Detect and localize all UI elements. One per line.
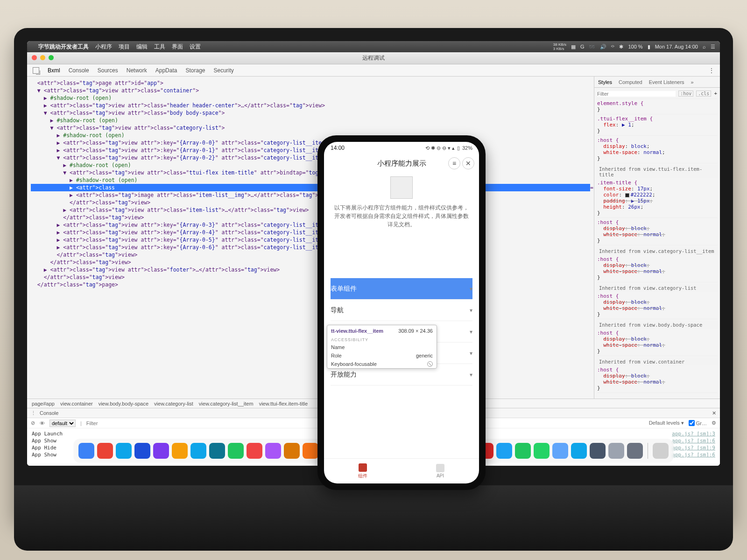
dock-app-icon[interactable] [284,443,300,459]
tab-network[interactable]: Network [127,67,147,74]
list-item[interactable]: 导航▾ [331,300,472,321]
dock-app-icon[interactable] [496,443,512,459]
hero-cube-icon [390,176,413,199]
group-checkbox[interactable]: Gr… [689,420,707,426]
tab-listeners[interactable]: Event Listeners [649,79,684,85]
dock-app-icon[interactable] [190,443,206,459]
tab-more[interactable]: » [691,79,694,85]
battery-text: 32% [462,145,472,151]
dock-app-icon[interactable] [134,443,150,459]
trash-icon[interactable] [653,443,669,459]
settings-icon[interactable]: ⚙ [712,420,716,426]
phone-device: 14:00 ⟲ ✱ ⊝ ⊖ ▾ ▴ ▯ 32% 小程序能力展示 ≡ ✕ 以下将展… [317,135,486,490]
phone-time: 14:00 [331,145,345,151]
phone-header: 小程序能力展示 ≡ ✕ [324,154,479,173]
tab-security[interactable]: Security [213,67,233,74]
crumb-item[interactable]: page#app [32,401,55,406]
dock-app-icon[interactable] [571,443,587,459]
dock-app-icon[interactable] [265,443,281,459]
traffic-lights[interactable] [32,55,54,60]
tab-storage[interactable]: Storage [185,67,205,74]
capsule-close-icon[interactable]: ✕ [462,157,474,169]
menu-item[interactable]: 小程序 [95,43,112,51]
tab-computed[interactable]: Computed [619,79,642,85]
console-toggle-icon[interactable]: ⋮ [31,410,36,416]
more-icon[interactable]: ⋮ [709,67,714,74]
list-item-label: 导航 [331,306,344,315]
clock[interactable]: Mon 17. Aug 14:00 [655,44,698,49]
dock-app-icon[interactable] [515,443,531,459]
chevron-down-icon: ▾ [470,350,472,357]
chevron-down-icon: ▾ [470,286,472,292]
not-focusable-icon [427,361,433,367]
dock-app-icon[interactable] [608,443,624,459]
close-icon[interactable]: ✕ [712,410,716,416]
tab-sources[interactable]: Sources [98,67,118,74]
app-name[interactable]: 字节跳动开发者工具 [38,43,89,51]
menu-item[interactable]: 工具 [154,43,165,51]
styles-filter[interactable] [597,91,676,97]
eye-icon[interactable]: 👁 [40,420,45,426]
page-title: 小程序能力展示 [377,159,426,168]
dock-app-icon[interactable] [228,443,244,459]
tooltip-size: 308.09 × 24.36 [398,328,433,334]
menu-item[interactable]: 界面 [172,43,183,51]
levels-select[interactable]: Default levels ▾ [649,420,684,426]
menu-item[interactable]: 设置 [190,43,201,51]
console-title: Console [40,410,58,416]
phone-tabbar: 组件 API [324,458,479,483]
tab-console[interactable]: Console [69,67,89,74]
styles-panel: Styles Computed Event Listeners » :hov .… [594,77,720,399]
dock-app-icon[interactable] [97,443,113,459]
bluetooth-icon[interactable]: ✱ [619,44,623,50]
tab-components[interactable]: 组件 [324,459,402,483]
net-speed: 38 KB/s 3 KB/s [553,42,566,51]
crumb-item[interactable]: view.category-list [154,401,193,406]
crumb-item[interactable]: view.body.body-space [99,401,148,406]
inspect-icon[interactable] [33,67,39,74]
macos-menubar: 字节跳动开发者工具 小程序 项目 编辑 工具 界面 设置 38 KB/s 3 K… [27,41,720,52]
dom-tree[interactable]: <attr">class="tag">page attr">id="app"> … [27,77,594,399]
wifi-icon[interactable]: ⌔ [611,44,614,49]
clear-icon[interactable]: ⊘ [31,420,35,426]
status-icon: ▦ [571,44,576,50]
volume-icon[interactable]: 🔊 [600,44,606,50]
dock-app-icon[interactable] [534,443,550,459]
capsule-menu-icon[interactable]: ≡ [448,157,460,169]
dock-app-icon[interactable] [247,443,262,459]
crumb-item[interactable]: view.category-list__item [199,401,254,406]
inspect-tooltip: tt-view.ttui-flex__item308.09 × 24.36 AC… [327,325,437,369]
dock-app-icon[interactable] [116,443,132,459]
context-select[interactable]: default [49,420,76,427]
cls-toggle[interactable]: .cls [696,91,711,97]
dock-app-icon[interactable] [590,443,606,459]
hov-toggle[interactable]: :hov [678,91,693,97]
battery-text: 100 % [628,44,642,49]
tab-api[interactable]: API [402,459,479,483]
hero-desc: 以下将展示小程序官方组件能力，组件样式仅供参考，开发者可根据自身需求自定义组件样… [332,203,471,229]
battery-icon: ▮ [648,44,650,50]
dock-app-icon[interactable] [627,443,643,459]
tab-bxml[interactable]: Bxml [48,67,60,74]
tab-appdata[interactable]: AppData [155,67,177,74]
menu-item[interactable]: 项目 [119,43,130,51]
control-center-icon[interactable]: ☰ [711,44,715,50]
list-item[interactable]: 表单组件▾ [331,278,472,300]
crumb-item[interactable]: view.container [60,401,93,406]
add-rule-icon[interactable]: + [714,91,717,97]
phone-statusbar: 14:00 ⟲ ✱ ⊝ ⊖ ▾ ▴ ▯ 32% [324,142,479,154]
dock-app-icon[interactable] [172,443,188,459]
list-item-label: 开放能力 [331,371,357,379]
crumb-item[interactable]: view.ttui-flex.item-title [259,401,308,406]
status-icons: ⟲ ✱ ⊝ ⊖ ▾ ▴ [425,145,455,151]
search-icon[interactable]: ⌕ [703,44,706,49]
menu-item[interactable]: 编辑 [136,43,148,51]
dock-app-icon[interactable] [153,443,169,459]
tab-styles[interactable]: Styles [598,79,612,85]
dock-app-icon[interactable] [303,443,318,459]
status-icon: G [580,44,585,49]
battery-icon: ▯ [457,145,460,151]
dock-app-icon[interactable] [209,443,225,459]
dock-app-icon[interactable] [78,443,94,459]
dock-app-icon[interactable] [552,443,568,459]
